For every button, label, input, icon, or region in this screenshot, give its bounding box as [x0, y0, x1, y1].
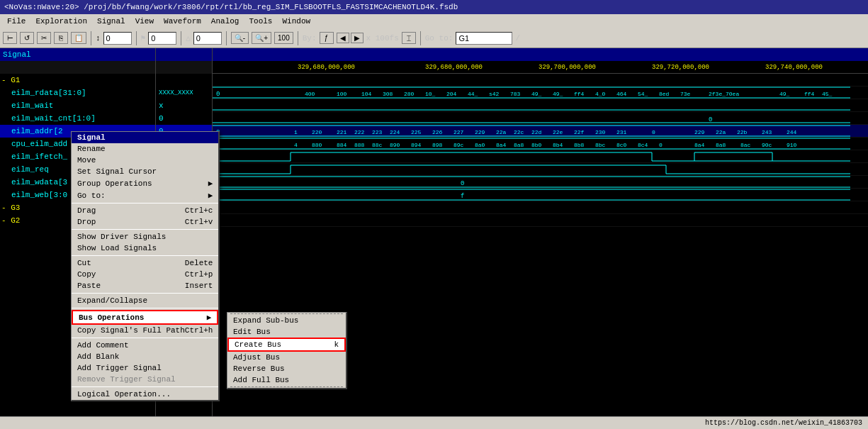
svg-text:890: 890 [390, 142, 400, 148]
sm-edit-label: Edit Bus [233, 328, 271, 336]
svg-text:100: 100 [337, 91, 347, 97]
cm-add-comment[interactable]: Add Comment [72, 340, 218, 351]
cm-add-trigger[interactable]: Add Trigger Signal [72, 362, 218, 374]
cm-show-load[interactable]: Show Load Signals [72, 243, 218, 254]
svg-text:204: 204 [446, 91, 457, 97]
sm-edit-bus[interactable]: Edit Bus [227, 326, 346, 338]
sm-add-full-bus[interactable]: Add Full Bus [227, 374, 346, 386]
wave-header [213, 48, 868, 61]
menu-signal[interactable]: Signal [93, 16, 130, 26]
cursor-value-input[interactable] [103, 32, 132, 45]
cm-copy-full-path[interactable]: Copy Signal's Full Path Ctrl+h [72, 325, 218, 336]
wave-row-web: f [213, 189, 868, 201]
toolbar-cut[interactable]: ✂ [37, 32, 51, 44]
goto-input[interactable] [456, 32, 512, 45]
sm-reverse-bus[interactable]: Reverse Bus [227, 363, 346, 374]
svg-text:220: 220 [312, 129, 322, 135]
sm-create-shortcut: k [334, 340, 339, 349]
status-bar: https://blog.csdn.net/weixin_41863703 [0, 416, 868, 429]
signal-row-g1[interactable]: - G1 [0, 74, 155, 87]
cm-show-driver[interactable]: Show Driver Signals [72, 231, 218, 243]
cm-add-blank[interactable]: Add Blank [72, 351, 218, 362]
signal-row-wait[interactable]: eilm_wait [0, 99, 155, 112]
by-btn[interactable]: ƒ [320, 32, 334, 44]
sm-create-bus[interactable]: Create Bus k [227, 338, 346, 352]
toolbar-btn-2[interactable]: ↺ [20, 32, 34, 44]
value-ruler-spacer [156, 61, 212, 74]
goto-label: Go to: [425, 34, 453, 43]
sm-sep-top [230, 313, 343, 314]
cm-cut[interactable]: Cut Delete [72, 257, 218, 269]
svg-text:8ac: 8ac [740, 142, 751, 148]
cm-copy[interactable]: Copy Ctrl+p [72, 269, 218, 280]
svg-text:104: 104 [361, 91, 372, 97]
cm-drag[interactable]: Drag Ctrl+c [72, 205, 218, 216]
delta-value-input[interactable] [193, 32, 222, 45]
zoom-in-btn[interactable]: 🔍+ [252, 32, 271, 44]
sm-adjust-bus[interactable]: Adjust Bus [227, 352, 346, 363]
cm-drop[interactable]: Drop Ctrl+v [72, 216, 218, 228]
menu-file[interactable]: File [3, 16, 30, 26]
svg-text:22d: 22d [531, 129, 542, 135]
menu-waveform[interactable]: Waveform [159, 16, 205, 26]
cm-set-signal-cursor[interactable]: Set Signal Cursor [72, 166, 218, 177]
nav-next[interactable]: ▶ [351, 33, 363, 43]
value-row-rdata: XXXX_XXXX [156, 87, 212, 99]
cm-paste-shortcut: Insert [185, 282, 213, 290]
sm-expand-sub-bus[interactable]: Expand Sub-bus [227, 315, 346, 326]
svg-text:898: 898 [432, 142, 443, 148]
cm-copy-label: Copy [77, 270, 96, 279]
toolbar-copy[interactable]: ⎘ [54, 32, 68, 44]
signal-row-wait-cnt[interactable]: eilm_wait_cnt[1:0] [0, 112, 155, 125]
svg-text:8b0: 8b0 [531, 142, 542, 148]
wave-cpu-svg: 0 4 880 884 888 88c 890 894 898 89c 8a0 … [213, 138, 868, 150]
menu-view[interactable]: View [131, 16, 158, 26]
cm-sep-7 [72, 386, 218, 387]
title-bar: <NoVas:nWave:20> /proj/bb/fwang/work/r38… [0, 0, 868, 14]
svg-text:88c: 88c [372, 142, 383, 148]
time-t2: 329,680,000,000 [425, 64, 483, 71]
svg-text:8b4: 8b4 [553, 142, 563, 148]
zoom-out-btn[interactable]: 🔍- [231, 32, 249, 44]
toolbar: ⊢ ↺ ✂ ⎘ 📋 ↕ ⚑ △ 🔍- 🔍+ 100 By: ƒ ◀ ▶ x 10… [0, 28, 868, 48]
wave-addr-svg: 0 1 220 221 222 223 224 225 226 227 229 … [213, 125, 868, 138]
cm-bus-operations[interactable]: Bus Operations ▶ [72, 310, 218, 325]
signal-row-rdata[interactable]: eilm_rdata[31:0] [0, 87, 155, 99]
signal-header-label: Signal [3, 50, 31, 59]
cm-group-operations[interactable]: Group Operations ▶ [72, 177, 218, 189]
svg-text:8a4: 8a4 [496, 142, 507, 148]
cm-paste[interactable]: Paste Insert [72, 280, 218, 291]
svg-text:22a: 22a [496, 129, 507, 135]
cm-move[interactable]: Move [72, 155, 218, 166]
menu-analog[interactable]: Analog [207, 16, 244, 26]
svg-text:231: 231 [616, 129, 627, 135]
snap-btn[interactable]: ⌶ [402, 32, 416, 44]
svg-text:49_: 49_ [531, 91, 542, 97]
menu-exploration[interactable]: Exploration [31, 16, 91, 26]
cm-goto[interactable]: Go to: ▶ [72, 189, 218, 201]
signal-ruler-spacer [0, 61, 155, 74]
time-t3: 329,700,000,000 [539, 64, 596, 71]
toolbar-sep-4 [226, 31, 227, 45]
svg-text:2f3e_70ea: 2f3e_70ea [709, 91, 739, 97]
zoom-100-btn[interactable]: 100 [274, 32, 293, 44]
svg-text:227: 227 [453, 129, 464, 135]
sm-expand-label: Expand Sub-bus [233, 316, 298, 325]
toolbar-btn-1[interactable]: ⊢ [3, 32, 17, 44]
cm-expand-collapse[interactable]: Expand/Collapse [72, 295, 218, 306]
svg-text:0: 0 [216, 91, 220, 98]
cm-rename[interactable]: Rename [72, 143, 218, 155]
menu-tools[interactable]: Tools [244, 16, 276, 26]
submenu: Expand Sub-bus Edit Bus Create Bus k Adj… [227, 312, 347, 389]
menu-window[interactable]: Window [278, 16, 315, 26]
marker-value-input[interactable] [148, 32, 176, 45]
svg-text:8c4: 8c4 [638, 142, 648, 148]
svg-text:49_: 49_ [779, 91, 790, 97]
toolbar-paste[interactable]: 📋 [71, 32, 86, 44]
svg-text:888: 888 [354, 142, 365, 148]
nav-prev[interactable]: ◀ [337, 33, 349, 43]
cm-group-arrow: ▶ [208, 179, 213, 188]
wave-wait-cnt-svg: 0 [213, 112, 868, 125]
cm-logical-op[interactable]: Logical Operation... [72, 389, 218, 400]
wave-content: 0 400 100 104 308 280 10_ 204 44_ s42 78… [213, 74, 868, 227]
